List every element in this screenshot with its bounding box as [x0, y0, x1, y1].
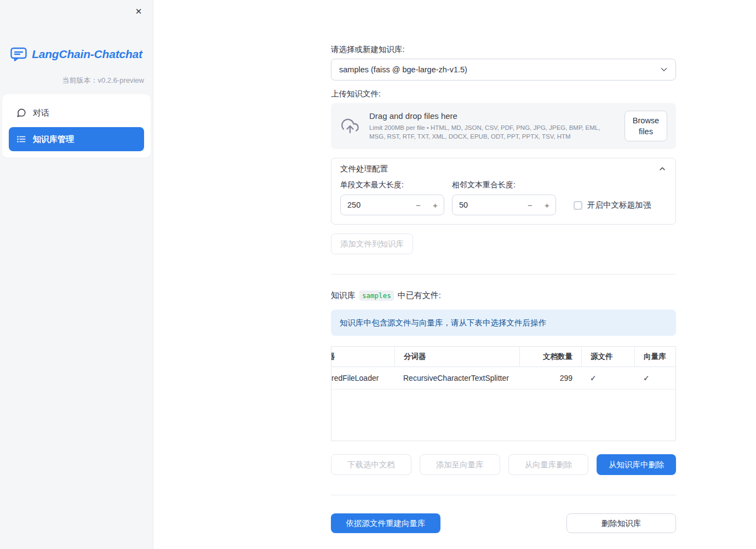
chunk-size-label: 单段文本最大长度:: [340, 180, 444, 190]
sidebar-item-knowledge-base[interactable]: 知识库管理: [9, 127, 144, 151]
rebuild-vector-store-button[interactable]: 依据源文件重建向量库: [331, 513, 440, 533]
download-selected-button[interactable]: 下载选中文档: [331, 454, 411, 475]
existing-files-heading: 知识库 samples 中已有文件:: [331, 290, 676, 301]
chunk-size-value: 250: [341, 201, 410, 209]
checkbox-label: 开启中文标题加强: [587, 200, 651, 210]
sidebar: ✕ LangChain-Chatchat 当前版本：v0.2.6-preview…: [0, 0, 153, 549]
expander-body: 单段文本最大长度: 250 − + 相邻文本重合长度: 50 − +: [331, 179, 675, 224]
delete-kb-button[interactable]: 删除知识库: [566, 513, 676, 533]
logo-text: LangChain-Chatchat: [32, 48, 142, 61]
expander-header[interactable]: 文件处理配置: [331, 158, 675, 179]
overlap-size-value: 50: [453, 201, 522, 209]
browse-files-button[interactable]: Browse files: [625, 111, 667, 141]
remove-from-vector-store-button[interactable]: 从向量库删除: [508, 454, 589, 475]
overlap-size-group: 相邻文本重合长度: 50 − +: [452, 180, 556, 215]
add-to-vector-store-button[interactable]: 添加至向量库: [420, 454, 500, 475]
kb-name-code: samples: [359, 290, 394, 301]
cell-loader: redFileLoader: [331, 367, 394, 389]
expander-title: 文件处理配置: [340, 164, 388, 174]
cell-vector-store: ✓: [634, 367, 675, 389]
column-header-vector-store[interactable]: 向量库: [634, 347, 675, 367]
info-banner: 知识库中包含源文件与向量库，请从下表中选择文件后操作: [331, 310, 676, 336]
file-config-expander: 文件处理配置 单段文本最大长度: 250 − + 相邻文本重合长度:: [331, 158, 676, 225]
table-header-row: 器 分词器 文档数量 源文件 向量库: [331, 347, 675, 367]
cell-splitter: RecursiveCharacterTextSplitter: [394, 367, 519, 389]
cell-source-file: ✓: [581, 367, 634, 389]
upload-label: 上传知识文件:: [331, 89, 676, 99]
knowledge-base-icon: [16, 134, 26, 144]
overlap-size-label: 相邻文本重合长度:: [452, 180, 556, 190]
cell-doc-count: 299: [519, 367, 581, 389]
file-actions-row: 下载选中文档 添加至向量库 从向量库删除 从知识库中删除: [331, 454, 676, 475]
overlap-size-increment-button[interactable]: +: [539, 195, 555, 215]
version-caption: 当前版本：v0.2.6-preview: [0, 76, 153, 85]
column-header-splitter[interactable]: 分词器: [394, 347, 519, 367]
dropzone-limits: Limit 200MB per file • HTML, MD, JSON, C…: [369, 123, 616, 141]
sidebar-menu: 对话 知识库管理: [2, 94, 151, 158]
table-row[interactable]: redFileLoader RecursiveCharacterTextSpli…: [331, 367, 675, 390]
logo-chat-icon: [10, 47, 27, 61]
existing-suffix: 中已有文件:: [398, 290, 441, 301]
dropzone-text: Drag and drop files here Limit 200MB per…: [369, 111, 616, 141]
delete-from-kb-button[interactable]: 从知识库中删除: [597, 454, 676, 475]
kb-selectbox[interactable]: samples (faiss @ bge-large-zh-v1.5): [331, 59, 676, 81]
chat-bubble-icon: [16, 108, 26, 118]
divider: [331, 495, 676, 495]
files-table: 器 分词器 文档数量 源文件 向量库 redFileLoader Recursi…: [331, 346, 676, 441]
kb-actions-row: 依据源文件重建向量库 删除知识库: [331, 513, 676, 533]
main-content: 请选择或新建知识库: samples (faiss @ bge-large-zh…: [331, 0, 676, 533]
chunk-size-decrement-button[interactable]: −: [410, 195, 427, 215]
close-icon: ✕: [135, 7, 142, 16]
column-header-loader[interactable]: 器: [331, 347, 394, 367]
chunk-size-increment-button[interactable]: +: [427, 195, 444, 215]
app-logo: LangChain-Chatchat: [0, 47, 153, 61]
sidebar-item-label: 知识库管理: [33, 134, 74, 145]
overlap-size-decrement-button[interactable]: −: [522, 195, 539, 215]
column-header-source-file[interactable]: 源文件: [581, 347, 634, 367]
checkbox-icon: [574, 201, 582, 210]
file-dropzone[interactable]: Drag and drop files here Limit 200MB per…: [331, 103, 676, 149]
zh-title-enhance-checkbox[interactable]: 开启中文标题加强: [574, 200, 651, 210]
existing-prefix: 知识库: [331, 290, 356, 301]
sidebar-item-label: 对话: [33, 108, 49, 118]
kb-select-label: 请选择或新建知识库:: [331, 45, 676, 54]
dropzone-title: Drag and drop files here: [369, 111, 616, 121]
column-header-doc-count[interactable]: 文档数量: [519, 347, 581, 367]
kb-selected-value: samples (faiss @ bge-large-zh-v1.5): [339, 65, 659, 74]
overlap-size-input[interactable]: 50 − +: [452, 195, 556, 215]
chevron-down-icon: [659, 65, 669, 75]
chunk-size-group: 单段文本最大长度: 250 − +: [340, 180, 444, 215]
add-files-button[interactable]: 添加文件到知识库: [331, 233, 413, 254]
chevron-up-icon: [658, 164, 667, 173]
divider: [331, 274, 676, 274]
sidebar-item-dialogue[interactable]: 对话: [9, 101, 144, 125]
chunk-size-input[interactable]: 250 − +: [340, 195, 444, 215]
sidebar-close-button[interactable]: ✕: [131, 4, 146, 19]
upload-cloud-icon: [340, 117, 360, 135]
